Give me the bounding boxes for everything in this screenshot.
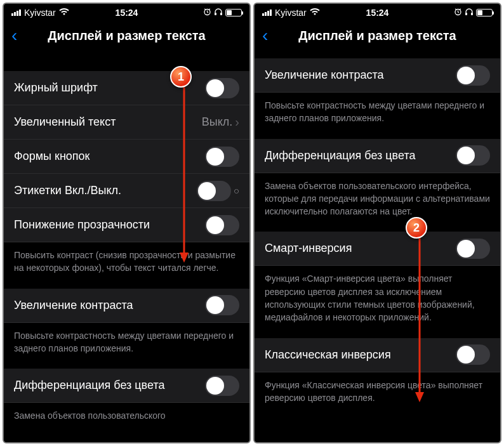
page-title: Дисплей и размер текста (298, 29, 456, 43)
row-larger-text[interactable]: Увеличенный текст Выкл.› (4, 105, 249, 140)
toggle-increase-contrast[interactable] (456, 65, 490, 86)
phone-left: Kyivstar 15:24 ‹ Дисплей и размер текста… (3, 3, 251, 443)
row-diff-color[interactable]: Дифференциация без цвета (255, 139, 500, 173)
svg-rect-6 (465, 13, 467, 15)
toggle-classic-invert[interactable] (456, 344, 490, 365)
toggle-increase-contrast[interactable] (205, 295, 239, 315)
signal-icon (11, 10, 21, 16)
svg-rect-7 (471, 13, 473, 15)
alarm-icon (203, 8, 211, 18)
footer-contrast: Повысьте контрастность между цветами пер… (4, 323, 249, 369)
alarm-icon (454, 8, 462, 18)
back-button[interactable]: ‹ (262, 27, 273, 44)
time-label: 15:24 (116, 8, 138, 18)
headphones-icon (214, 8, 223, 18)
row-diff-color[interactable]: Дифференциация без цвета (4, 369, 249, 403)
footer-smart-invert: Функция «Смарт-инверсия цвета» выполняет… (255, 266, 500, 338)
battery-icon (476, 9, 493, 16)
toggle-diff-color[interactable] (456, 145, 490, 166)
svg-rect-1 (215, 13, 216, 15)
toggle-reduce-transparency[interactable] (205, 215, 239, 235)
signal-icon (262, 10, 272, 16)
footer-diff-color: Замена объектов пользовательского интерф… (255, 173, 500, 232)
row-button-shapes[interactable]: Формы кнопок (4, 140, 249, 174)
toggle-on-off-labels[interactable] (197, 181, 231, 201)
chevron-right-icon: › (235, 115, 239, 129)
toggle-diff-color[interactable] (205, 376, 239, 396)
back-button[interactable]: ‹ (11, 27, 22, 44)
footer-classic-invert: Функция «Классическая инверсия цвета» вы… (255, 372, 500, 419)
toggle-smart-invert[interactable] (456, 239, 490, 259)
time-label: 15:24 (366, 8, 389, 18)
carrier-label: Kyivstar (24, 8, 56, 18)
row-reduce-transparency[interactable]: Понижение прозрачности (4, 208, 249, 242)
settings-list[interactable]: Жирный шрифт Увеличенный текст Выкл.› Фо… (4, 52, 249, 442)
page-title: Дисплей и размер текста (48, 29, 205, 43)
row-increase-contrast[interactable]: Увеличение контраста (4, 289, 249, 323)
annotation-marker-1: 1 (170, 66, 192, 88)
status-bar: Kyivstar 15:24 (255, 4, 500, 22)
row-increase-contrast[interactable]: Увеличение контраста (255, 58, 500, 93)
annotation-marker-2: 2 (406, 217, 427, 239)
row-classic-invert[interactable]: Классическая инверсия (255, 338, 500, 372)
status-bar: Kyivstar 15:24 (4, 4, 249, 22)
settings-list[interactable]: Увеличение контраста Повысьте контрастно… (255, 52, 500, 442)
battery-icon (225, 9, 242, 16)
row-on-off-labels[interactable]: Этикетки Вкл./Выкл. ○ (4, 174, 249, 208)
footer-contrast: Повысьте контрастность между цветами пер… (255, 93, 500, 139)
footer-transparency: Повысить контраст (снизив прозрачность и… (4, 242, 249, 289)
footer-diff-color: Замена объектов пользовательского (4, 403, 249, 424)
carrier-label: Kyivstar (275, 8, 307, 18)
nav-header: ‹ Дисплей и размер текста (4, 22, 249, 52)
wifi-icon (59, 8, 69, 18)
wifi-icon (310, 8, 320, 18)
svg-rect-2 (220, 13, 222, 15)
headphones-icon (465, 8, 474, 18)
row-smart-invert[interactable]: Смарт-инверсия (255, 232, 500, 266)
toggle-button-shapes[interactable] (205, 147, 239, 167)
nav-header: ‹ Дисплей и размер текста (255, 22, 500, 52)
phone-right: Kyivstar 15:24 ‹ Дисплей и размер текста… (253, 3, 501, 443)
row-bold-text[interactable]: Жирный шрифт (4, 71, 249, 105)
toggle-bold-text[interactable] (205, 78, 239, 98)
